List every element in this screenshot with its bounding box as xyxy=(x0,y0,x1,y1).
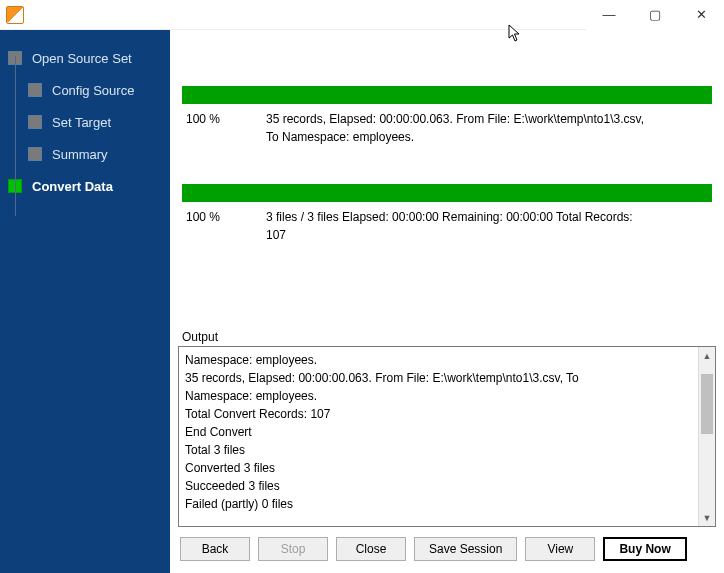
sidebar-step-summary[interactable]: Summary xyxy=(0,138,170,170)
output-content[interactable]: Namespace: employees. 35 records, Elapse… xyxy=(179,347,698,526)
content-area: Open Source Set Config Source Set Target… xyxy=(0,30,724,573)
total-progress-bar xyxy=(182,184,712,202)
step-label: Convert Data xyxy=(32,179,113,194)
sidebar-step-convert-data[interactable]: Convert Data xyxy=(0,170,170,202)
step-label: Open Source Set xyxy=(32,51,132,66)
button-row: Back Stop Close Save Session View Buy No… xyxy=(178,527,716,565)
step-label: Summary xyxy=(52,147,108,162)
close-window-button[interactable]: ✕ xyxy=(678,0,724,30)
buy-now-button[interactable]: Buy Now xyxy=(603,537,686,561)
step-box-icon xyxy=(28,147,42,161)
sidebar-step-set-target[interactable]: Set Target xyxy=(0,106,170,138)
progress-area: 100 % 35 records, Elapsed: 00:00:00.063.… xyxy=(178,38,716,318)
total-progress-detail-2: 107 xyxy=(186,226,708,244)
scroll-up-arrow-icon[interactable]: ▲ xyxy=(699,347,715,364)
sidebar-connector-line xyxy=(15,56,16,216)
back-button[interactable]: Back xyxy=(180,537,250,561)
sidebar-step-open-source-set[interactable]: Open Source Set xyxy=(0,42,170,74)
total-progress-percent: 100 % xyxy=(186,208,246,226)
app-icon xyxy=(6,6,24,24)
output-label: Output xyxy=(178,328,716,346)
file-progress-text: 100 % 35 records, Elapsed: 00:00:00.063.… xyxy=(182,110,712,146)
total-progress-text: 100 % 3 files / 3 files Elapsed: 00:00:0… xyxy=(182,208,712,244)
scroll-thumb[interactable] xyxy=(701,374,713,434)
maximize-button[interactable]: ▢ xyxy=(632,0,678,30)
step-box-icon xyxy=(28,115,42,129)
scroll-down-arrow-icon[interactable]: ▼ xyxy=(699,509,715,526)
scroll-track[interactable] xyxy=(699,364,715,509)
save-session-button[interactable]: Save Session xyxy=(414,537,517,561)
sidebar-step-config-source[interactable]: Config Source xyxy=(0,74,170,106)
output-scrollbar[interactable]: ▲ ▼ xyxy=(698,347,715,526)
output-box: Namespace: employees. 35 records, Elapse… xyxy=(178,346,716,527)
file-progress-detail-2: To Namespace: employees. xyxy=(186,128,708,146)
wizard-sidebar: Open Source Set Config Source Set Target… xyxy=(0,30,170,573)
total-progress-detail-1: 3 files / 3 files Elapsed: 00:00:00 Rema… xyxy=(266,208,708,226)
view-button[interactable]: View xyxy=(525,537,595,561)
close-button[interactable]: Close xyxy=(336,537,406,561)
titlebar: — ▢ ✕ xyxy=(0,0,724,30)
window-controls: — ▢ ✕ xyxy=(586,0,724,30)
main-panel: 100 % 35 records, Elapsed: 00:00:00.063.… xyxy=(170,30,724,573)
step-label: Config Source xyxy=(52,83,134,98)
file-progress-detail-1: 35 records, Elapsed: 00:00:00.063. From … xyxy=(266,110,708,128)
file-progress-bar xyxy=(182,86,712,104)
step-label: Set Target xyxy=(52,115,111,130)
file-progress-percent: 100 % xyxy=(186,110,246,128)
step-box-icon xyxy=(28,83,42,97)
stop-button: Stop xyxy=(258,537,328,561)
minimize-button[interactable]: — xyxy=(586,0,632,30)
